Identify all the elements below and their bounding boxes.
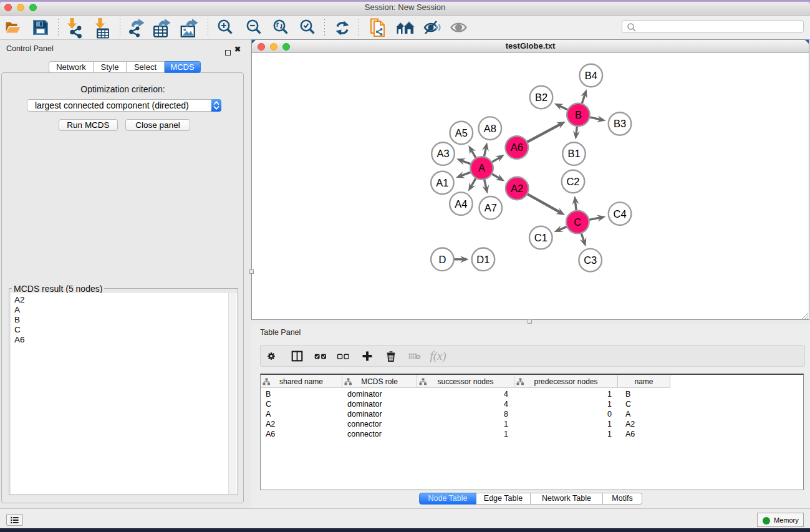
svg-text:A3: A3 xyxy=(436,148,449,159)
svg-text:D1: D1 xyxy=(476,254,489,265)
svg-text:C2: C2 xyxy=(566,176,579,187)
svg-text:D: D xyxy=(438,254,446,265)
svg-text:A7: A7 xyxy=(485,202,497,213)
svg-text:B3: B3 xyxy=(614,118,626,129)
svg-text:B1: B1 xyxy=(567,148,580,159)
svg-text:A4: A4 xyxy=(455,198,467,210)
svg-text:B4: B4 xyxy=(585,70,597,81)
svg-text:A6: A6 xyxy=(511,142,523,153)
svg-text:f(x): f(x) xyxy=(430,349,446,363)
svg-text:C3: C3 xyxy=(584,254,597,266)
svg-text:C4: C4 xyxy=(614,208,627,220)
svg-text:A5: A5 xyxy=(455,127,468,138)
svg-text:A1: A1 xyxy=(436,177,448,188)
svg-text:A8: A8 xyxy=(484,123,496,134)
svg-text:C: C xyxy=(574,216,581,228)
svg-text:C1: C1 xyxy=(534,232,547,243)
svg-text:A2: A2 xyxy=(511,183,523,194)
svg-text:A: A xyxy=(478,162,485,173)
svg-text:B: B xyxy=(575,109,582,120)
svg-text:B2: B2 xyxy=(535,92,547,103)
